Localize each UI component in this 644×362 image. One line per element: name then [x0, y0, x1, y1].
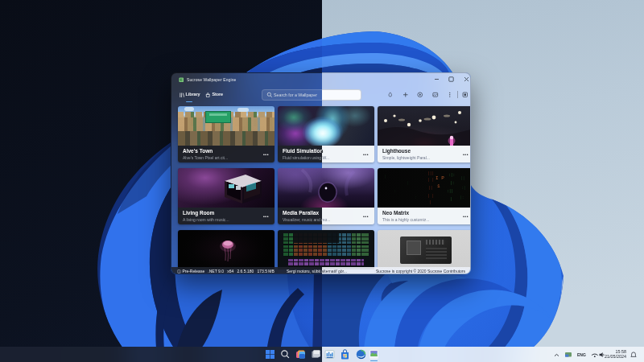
svg-text:|:: |:	[460, 195, 464, 200]
svg-text:||: ||	[460, 176, 464, 180]
svg-text:I P: I P	[436, 175, 444, 181]
svg-text:| |: | |	[427, 178, 434, 182]
svg-text::: :	[394, 189, 396, 193]
svg-text:|: |	[429, 200, 431, 204]
svg-text:| |: | |	[427, 194, 434, 198]
svg-text:|: |	[407, 181, 409, 185]
svg-text:|: |	[450, 197, 452, 201]
svg-text:|:: |:	[450, 181, 454, 185]
svg-text::||: :||	[447, 189, 453, 193]
svg-text:||: ||	[428, 186, 432, 190]
svg-text:|: |	[384, 175, 386, 179]
svg-text::|: :|	[461, 186, 465, 190]
svg-text::|:: :|:	[448, 173, 455, 177]
svg-text:|||: |||	[427, 171, 434, 175]
svg-text:1: 1	[437, 183, 440, 189]
svg-text::: :	[415, 195, 417, 200]
